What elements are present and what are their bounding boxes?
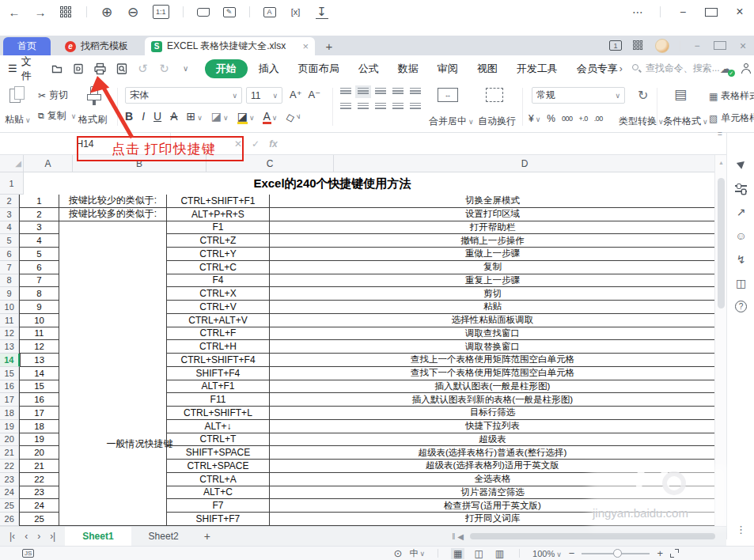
cell-c[interactable]: ALT+C	[167, 486, 270, 500]
row-header[interactable]: 10	[0, 301, 19, 314]
view-page-layout-icon[interactable]: ◫	[472, 548, 485, 559]
print-preview-icon[interactable]	[116, 62, 128, 76]
properties-sliders-icon[interactable]	[735, 184, 747, 193]
cell-b[interactable]	[59, 340, 167, 354]
ribbon-tab-member[interactable]: 会员专享	[569, 59, 619, 78]
cell-d[interactable]: 粘贴	[270, 301, 716, 314]
cell-d[interactable]: 切片器清空筛选	[270, 486, 716, 500]
scroll-up-icon[interactable]: ▲	[718, 160, 724, 165]
cell-d[interactable]: 撤销上一步操作	[270, 234, 716, 248]
cell-d[interactable]: 超级表	[270, 433, 716, 447]
cell-style-button[interactable]: ▧单元格样	[709, 112, 754, 125]
macro-js-icon[interactable]: JS	[22, 549, 34, 558]
cell-a[interactable]: 20	[19, 446, 59, 460]
font-name-select[interactable]: 宋体∨	[125, 87, 242, 104]
quick-tools-icon[interactable]: ↯	[727, 253, 754, 266]
user-avatar[interactable]	[655, 39, 669, 53]
row-header[interactable]: 25	[0, 499, 19, 513]
cell-d[interactable]: 调取查找窗口	[270, 327, 716, 341]
font-size-select[interactable]: 11∨	[246, 87, 282, 104]
row-header[interactable]: 12	[0, 327, 19, 341]
cell-c[interactable]: F1	[167, 221, 270, 235]
cell-b[interactable]	[59, 513, 167, 526]
align-middle-icon[interactable]	[358, 88, 369, 96]
cell-c[interactable]: SHIFT+F4	[167, 367, 270, 380]
cell-c[interactable]: SHIFT+F7	[167, 513, 270, 526]
sheet-tab-sheet1[interactable]: Sheet1	[65, 527, 131, 547]
row-header[interactable]: 23	[0, 473, 19, 486]
justify-icon[interactable]	[392, 103, 404, 111]
zoom-slider[interactable]	[582, 553, 650, 554]
screenshot-icon[interactable]	[197, 8, 210, 17]
prev-sheet-icon[interactable]: ‹	[25, 531, 28, 542]
cell-d[interactable]: 检查拼写(适用于英文版)	[270, 499, 716, 513]
align-bottom-icon[interactable]	[375, 88, 386, 96]
row-header[interactable]: 20	[0, 433, 19, 447]
cell-b[interactable]	[59, 248, 167, 261]
merged-cell-label[interactable]: 一般情况快捷键	[73, 437, 206, 451]
cell-a[interactable]: 14	[19, 367, 59, 380]
increase-decimal-icon[interactable]: +.0	[578, 115, 587, 123]
first-sheet-icon[interactable]: |‹	[9, 531, 15, 542]
vertical-scrollbar[interactable]: = ▲	[714, 155, 726, 526]
zoom-in-icon[interactable]: ⊕	[100, 5, 113, 19]
format-painter-button[interactable]: 格式刷	[78, 113, 107, 127]
save-icon[interactable]	[51, 62, 63, 76]
row-header[interactable]: 26	[0, 513, 19, 526]
cell-a[interactable]: 24	[19, 499, 59, 513]
reference-book-icon[interactable]: ◫	[727, 277, 754, 289]
cell-b[interactable]	[59, 327, 167, 341]
fill-color-icon[interactable]: ◪∨	[237, 110, 255, 123]
cell-c[interactable]: CTRL+SHIFT+F1	[167, 195, 270, 208]
cell-b[interactable]	[59, 420, 167, 433]
increase-font-icon[interactable]: A⁺	[290, 89, 302, 100]
row-header[interactable]: 6	[0, 248, 19, 261]
zoom-slider-knob[interactable]	[613, 549, 622, 558]
ribbon-tab-data[interactable]: 数据	[390, 59, 426, 78]
cell-b[interactable]	[59, 486, 167, 500]
ribbon-tab-formulas[interactable]: 公式	[350, 59, 387, 78]
paste-button[interactable]: 粘贴∨	[5, 113, 31, 127]
sidebar-more-icon[interactable]: ⋮	[727, 524, 754, 535]
cell-a[interactable]: 3	[19, 221, 59, 235]
cell-c[interactable]: CTRL+X	[167, 287, 270, 301]
cell-c[interactable]: F7	[167, 499, 270, 513]
ribbon-tab-page-layout[interactable]: 页面布局	[290, 59, 347, 78]
cell-d[interactable]: 打开帮助栏	[270, 221, 716, 235]
translate-icon[interactable]: A	[263, 7, 276, 17]
cell-a[interactable]: 5	[19, 248, 59, 261]
cell-a[interactable]: 11	[19, 327, 59, 341]
row-header[interactable]: 15	[0, 367, 19, 380]
ribbon-tab-insert[interactable]: 插入	[251, 59, 287, 78]
merge-center-button[interactable]: 合并居中∨	[429, 115, 474, 128]
row-header[interactable]: 24	[0, 486, 19, 500]
wrap-text-button[interactable]: 自动换行	[478, 115, 516, 128]
cell-a[interactable]: 4	[19, 234, 59, 248]
row-header[interactable]: 16	[0, 380, 19, 394]
cell-d[interactable]: 打开同义词库	[270, 513, 716, 526]
thousands-icon[interactable]: 000	[562, 115, 573, 123]
row-header[interactable]: 19	[0, 420, 19, 433]
add-sheet-button[interactable]: +	[196, 530, 218, 543]
column-header-d[interactable]: D	[334, 155, 716, 172]
row-header[interactable]: 18	[0, 407, 19, 420]
row-header[interactable]: 1	[0, 172, 24, 195]
strikethrough-icon[interactable]: A	[170, 110, 177, 123]
cell-d[interactable]: 查找上一个表格使用矩阵范围空白单元格	[270, 354, 716, 367]
horizontal-scroll-thumb[interactable]	[470, 533, 715, 539]
ribbon-tab-home[interactable]: 开始	[205, 59, 248, 78]
cell-b[interactable]	[59, 393, 167, 407]
cell-b[interactable]	[59, 261, 167, 274]
cell-d[interactable]: 重做上一步骤	[270, 248, 716, 261]
split-handle-icon[interactable]: =	[718, 130, 722, 138]
export-pdf-icon[interactable]	[72, 62, 85, 76]
fx-icon[interactable]: fx	[269, 138, 278, 149]
cell-a[interactable]: 15	[19, 380, 59, 394]
cell-c[interactable]: CTRL+Y	[167, 248, 270, 261]
row-header[interactable]: 13	[0, 340, 19, 354]
cell-c[interactable]: ALT+↓	[167, 420, 270, 433]
conditional-format-icon[interactable]: ▤	[674, 86, 687, 103]
cell-d[interactable]: 全选表格	[270, 473, 716, 486]
cell-a[interactable]: 7	[19, 274, 59, 288]
next-sheet-icon[interactable]: ›	[37, 531, 40, 542]
